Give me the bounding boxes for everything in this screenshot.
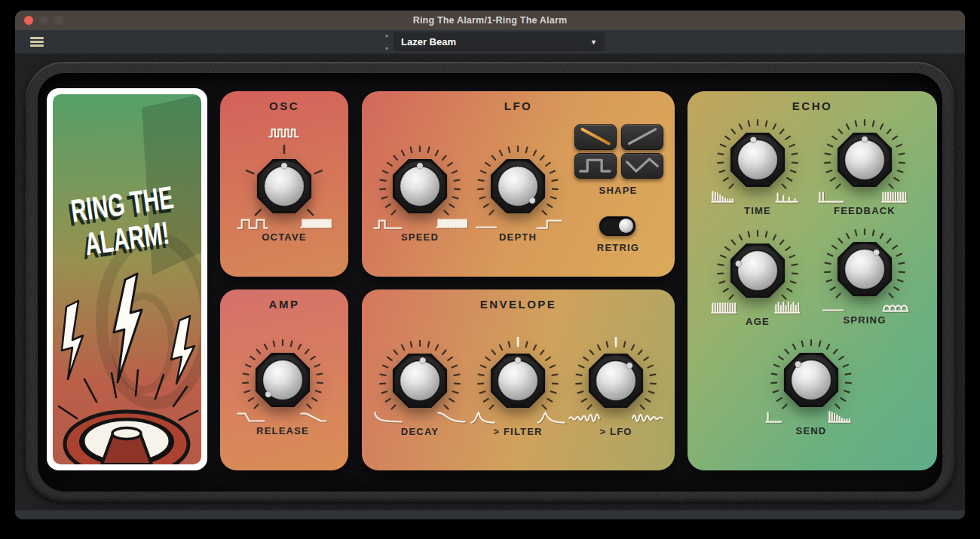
- window-title: Ring The Alarm/1-Ring The Alarm: [413, 15, 568, 26]
- zoom-button-icon[interactable]: [54, 16, 63, 25]
- octave-label: OCTAVE: [224, 231, 345, 243]
- panel-echo: ECHO TIMEFEEDBACKAGESPRINGSEND: [688, 91, 937, 470]
- shape-saw-up-button[interactable]: [621, 124, 663, 150]
- panel-envelope-title: ENVELOPE: [362, 298, 675, 311]
- toolbar: ▲ ▼ Lazer Beam ▼: [15, 30, 965, 54]
- depth-knob[interactable]: [474, 142, 562, 230]
- plugin-window: Ring The Alarm/1-Ring The Alarm ▲ ▼ Laze…: [15, 11, 965, 519]
- panel-osc-title: OSC: [220, 100, 348, 112]
- panel-lfo: LFO SPEEDDEPTHSHAPERETRIG: [362, 91, 675, 277]
- close-button-icon[interactable]: [24, 16, 33, 25]
- age-knob[interactable]: [714, 227, 801, 314]
- dropdown-arrow-icon: ▼: [590, 38, 605, 46]
- megaphone-icon: [65, 412, 188, 464]
- panel-envelope: ENVELOPE DECAY> FILTER> LFO: [362, 289, 675, 470]
- preset-stepper[interactable]: ▲ ▼: [381, 32, 392, 51]
- shape-triangle-button[interactable]: [621, 153, 663, 179]
- decay-knob[interactable]: [376, 337, 464, 424]
- send-label: SEND: [751, 425, 871, 436]
- preset-value: Lazer Beam: [394, 36, 590, 47]
- shape-square-button[interactable]: [574, 153, 617, 179]
- shape-saw-down-button[interactable]: [574, 124, 617, 150]
- plugin-body: RING THE ALARM! RING THE ALARM!: [15, 54, 965, 510]
- retrig-toggle[interactable]: [599, 216, 635, 236]
- depth-label: DEPTH: [458, 231, 578, 243]
- shape-label: SHAPE: [558, 185, 678, 196]
- release-label: RELEASE: [222, 425, 343, 436]
- spring-label: SPRING: [804, 314, 925, 326]
- poster-title: RING THE ALARM! RING THE ALARM!: [66, 179, 181, 268]
- time-knob[interactable]: [714, 116, 801, 204]
- window-footer: [15, 510, 965, 519]
- panel-amp: AMP RELEASE: [220, 289, 348, 470]
- preset-step-up-icon[interactable]: ▲: [384, 32, 390, 38]
- env-filter-label: > FILTER: [458, 426, 578, 437]
- panel-osc: OSC OCTAVE: [220, 91, 348, 277]
- traffic-lights: [24, 16, 63, 25]
- release-knob[interactable]: [239, 336, 326, 424]
- feedback-label: FEEDBACK: [804, 205, 925, 216]
- titlebar: Ring The Alarm/1-Ring The Alarm: [15, 11, 965, 30]
- poster-artwork: RING THE ALARM! RING THE ALARM!: [47, 88, 207, 470]
- octave-knob[interactable]: [240, 142, 328, 230]
- feedback-knob[interactable]: [821, 116, 908, 204]
- env-lfo-label: > LFO: [556, 426, 676, 437]
- panel-lfo-title: LFO: [362, 100, 675, 112]
- panel-echo-title: ECHO: [688, 100, 937, 112]
- panel-amp-title: AMP: [220, 298, 348, 311]
- preset-step-down-icon[interactable]: ▼: [384, 46, 390, 51]
- spring-knob[interactable]: [821, 225, 908, 313]
- time-label: TIME: [697, 205, 818, 216]
- env-lfo-knob[interactable]: [572, 337, 660, 424]
- env-filter-knob[interactable]: [474, 337, 562, 424]
- preset-selector[interactable]: Lazer Beam ▼: [394, 32, 605, 51]
- pulse-mid-icon: [268, 124, 301, 144]
- hamburger-icon[interactable]: [30, 37, 44, 47]
- send-knob[interactable]: [767, 336, 855, 424]
- decay-label: DECAY: [360, 426, 480, 437]
- speed-label: SPEED: [360, 231, 480, 243]
- age-label: AGE: [697, 316, 818, 327]
- speed-knob[interactable]: [376, 142, 464, 230]
- minimize-button-icon[interactable]: [39, 16, 48, 25]
- retrig-label: RETRIG: [558, 242, 678, 253]
